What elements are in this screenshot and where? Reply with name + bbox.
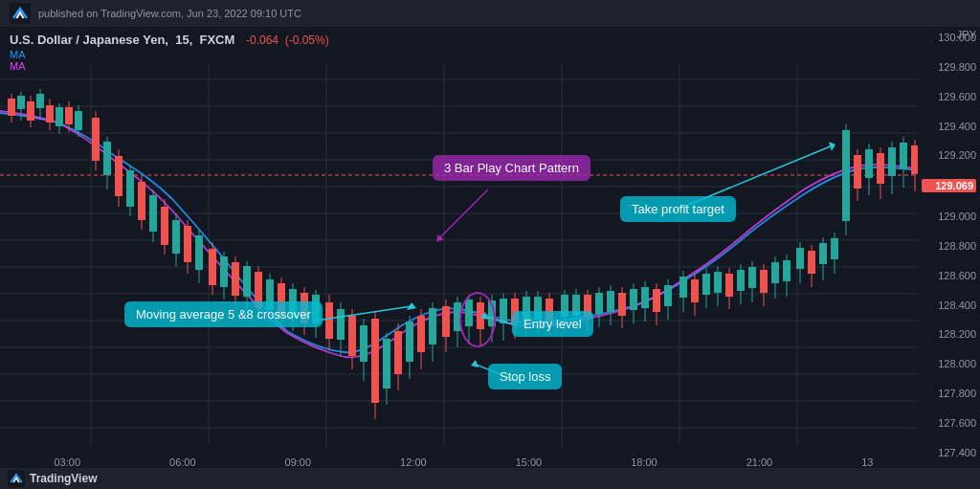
svg-rect-166 bbox=[831, 238, 838, 259]
time-0600: 06:00 bbox=[169, 456, 196, 468]
svg-rect-54 bbox=[172, 220, 180, 254]
svg-rect-94 bbox=[406, 322, 413, 362]
svg-rect-152 bbox=[748, 267, 756, 288]
price-127400: 127.400 bbox=[922, 447, 976, 458]
svg-rect-170 bbox=[854, 155, 861, 189]
svg-rect-168 bbox=[842, 130, 850, 221]
price-129600: 129.600 bbox=[922, 91, 976, 102]
footer-tv-label: TradingView bbox=[30, 472, 97, 485]
chart-container: published on TradingView.com, Jun 23, 20… bbox=[0, 0, 980, 489]
symbol-name: U.S. Dollar / Japanese Yen, 15, FXCM bbox=[10, 33, 238, 47]
svg-rect-156 bbox=[771, 262, 779, 283]
price-129200: 129.200 bbox=[922, 149, 976, 161]
time-0900: 09:00 bbox=[285, 456, 312, 468]
svg-rect-128 bbox=[607, 291, 614, 312]
svg-rect-30 bbox=[36, 94, 44, 108]
price-128600: 128.600 bbox=[922, 270, 976, 281]
entry-oval bbox=[459, 292, 496, 347]
price-scale: 130.000 129.800 129.600 129.400 129.200 … bbox=[918, 27, 980, 463]
svg-rect-80 bbox=[325, 302, 333, 339]
price-128800: 128.800 bbox=[922, 240, 976, 252]
time-1800: 18:00 bbox=[631, 456, 657, 468]
svg-rect-146 bbox=[714, 272, 722, 293]
svg-rect-88 bbox=[371, 319, 379, 403]
svg-rect-28 bbox=[27, 101, 34, 121]
current-price: 129.069 bbox=[922, 179, 976, 192]
svg-rect-66 bbox=[243, 266, 251, 297]
svg-rect-26 bbox=[17, 96, 25, 109]
svg-rect-92 bbox=[394, 331, 402, 374]
time-2100: 21:00 bbox=[746, 456, 773, 468]
svg-rect-162 bbox=[808, 251, 815, 274]
time-13: 13 bbox=[861, 456, 873, 468]
symbol-line: U.S. Dollar / Japanese Yen, 15, FXCM -0.… bbox=[10, 33, 329, 47]
annotation-pattern: 3 Bar Play Chart Pattern bbox=[433, 155, 590, 181]
svg-rect-130 bbox=[618, 293, 626, 316]
price-127800: 127.800 bbox=[922, 388, 976, 399]
svg-rect-172 bbox=[865, 149, 873, 178]
svg-rect-98 bbox=[429, 308, 436, 345]
svg-rect-174 bbox=[877, 153, 884, 184]
time-0300: 03:00 bbox=[55, 456, 81, 468]
chart-header: U.S. Dollar / Japanese Yen, 15, FXCM -0.… bbox=[10, 27, 329, 78]
chart-svg bbox=[0, 65, 918, 446]
svg-rect-62 bbox=[220, 256, 228, 287]
time-1500: 15:00 bbox=[516, 456, 543, 468]
svg-rect-154 bbox=[760, 270, 768, 293]
svg-rect-64 bbox=[232, 262, 239, 296]
svg-rect-48 bbox=[138, 182, 145, 220]
price-129000: 129.000 bbox=[922, 211, 976, 222]
svg-rect-52 bbox=[161, 207, 168, 245]
annotation-profit: Take profit target bbox=[620, 196, 736, 222]
annotation-moving-avg: Moving average 5 &8 crossover bbox=[124, 301, 323, 327]
svg-rect-32 bbox=[46, 105, 54, 122]
svg-rect-36 bbox=[65, 107, 73, 124]
svg-rect-100 bbox=[442, 306, 450, 337]
svg-rect-164 bbox=[819, 243, 827, 264]
svg-rect-138 bbox=[664, 285, 672, 306]
svg-rect-110 bbox=[500, 299, 507, 323]
svg-rect-136 bbox=[653, 289, 660, 312]
top-bar: published on TradingView.com, Jun 23, 20… bbox=[0, 0, 980, 27]
svg-rect-42 bbox=[103, 142, 111, 175]
price-128400: 128.400 bbox=[922, 300, 976, 311]
published-text: published on TradingView.com, Jun 23, 20… bbox=[38, 8, 301, 19]
svg-rect-34 bbox=[56, 107, 63, 126]
svg-rect-158 bbox=[783, 260, 791, 281]
svg-rect-126 bbox=[595, 293, 603, 314]
svg-rect-148 bbox=[725, 274, 733, 297]
svg-rect-180 bbox=[911, 145, 918, 174]
price-128200: 128.200 bbox=[922, 328, 976, 340]
svg-rect-84 bbox=[348, 316, 356, 356]
svg-rect-176 bbox=[888, 147, 896, 176]
svg-rect-140 bbox=[679, 277, 687, 298]
svg-rect-60 bbox=[209, 249, 216, 285]
svg-rect-142 bbox=[691, 279, 699, 302]
svg-rect-50 bbox=[149, 195, 157, 232]
svg-rect-38 bbox=[75, 111, 82, 130]
price-127600: 127.600 bbox=[922, 417, 976, 429]
svg-rect-178 bbox=[900, 143, 907, 169]
time-1200: 12:00 bbox=[400, 456, 427, 468]
tradingview-logo-small bbox=[10, 3, 31, 24]
svg-rect-150 bbox=[737, 270, 745, 291]
svg-rect-86 bbox=[360, 325, 368, 362]
tradingview-logo-footer bbox=[8, 470, 25, 487]
svg-rect-144 bbox=[702, 274, 710, 295]
svg-rect-24 bbox=[8, 99, 15, 116]
price-change: -0.064 (-0.05%) bbox=[246, 33, 329, 47]
svg-rect-132 bbox=[630, 289, 637, 310]
svg-rect-82 bbox=[337, 309, 345, 340]
annotation-entry: Entry level bbox=[512, 311, 593, 337]
time-scale: 03:00 06:00 09:00 12:00 15:00 18:00 21:0… bbox=[10, 456, 918, 468]
footer-logo: TradingView bbox=[8, 470, 97, 487]
price-128000: 128.000 bbox=[922, 358, 976, 369]
price-129400: 129.400 bbox=[922, 121, 976, 132]
footer: TradingView bbox=[0, 468, 980, 489]
annotation-stop-loss: Stop loss bbox=[488, 364, 562, 389]
svg-rect-96 bbox=[417, 316, 425, 352]
svg-rect-44 bbox=[115, 156, 122, 196]
ma-labels: MA MA bbox=[10, 49, 329, 72]
price-129800: 129.800 bbox=[922, 61, 976, 73]
svg-rect-90 bbox=[383, 339, 390, 389]
